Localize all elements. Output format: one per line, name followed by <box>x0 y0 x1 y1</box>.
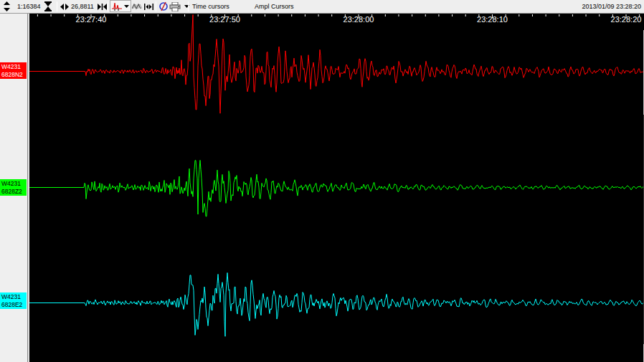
horizontal-step-button[interactable] <box>60 0 69 13</box>
channel-code: 6828Z2 <box>1 188 27 196</box>
dropdown-caret-icon <box>124 5 129 8</box>
seismogram-pick-icon <box>112 2 122 11</box>
time-axis-label: 23:27:50 <box>209 15 240 24</box>
up-down-arrows-icon <box>4 1 10 11</box>
toolbar-separator <box>57 1 57 11</box>
toolbar-separator <box>188 1 189 11</box>
channel-label-6828Z2[interactable]: W4231 6828Z2 <box>0 179 27 196</box>
channel-label-6828N2[interactable]: W4231 6828N2 <box>0 62 27 79</box>
toolbar-separator <box>108 1 108 11</box>
datetime-display: 2013/01/09 23:28:20 <box>582 0 641 13</box>
seismogram-viewer-window: 1:16384 26,8811 <box>0 0 644 362</box>
vertical-zoom-stepper[interactable] <box>4 0 10 13</box>
amplitude-value: 26,8811 <box>71 0 94 13</box>
expand-horizontal-button[interactable] <box>144 0 153 13</box>
ampl-cursors-button[interactable]: Ampl Cursors <box>255 0 294 13</box>
wait-button[interactable] <box>44 0 52 13</box>
fit-width-button[interactable] <box>98 0 107 13</box>
phase-pick-button[interactable] <box>110 0 131 12</box>
time-axis-label: 23:28:10 <box>477 15 508 24</box>
trace-6828E2 <box>29 273 644 337</box>
printer-icon <box>169 2 181 11</box>
compress-arrows-icon <box>98 4 107 10</box>
left-right-arrows-icon <box>60 4 69 10</box>
print-button[interactable] <box>169 0 189 13</box>
channel-code: 6828N2 <box>1 71 27 79</box>
trace-6828N2 <box>29 15 644 114</box>
expand-arrows-icon <box>144 4 153 10</box>
time-axis-label: 23:28:20 <box>611 15 642 24</box>
toolbar: 1:16384 26,8811 <box>0 0 644 14</box>
zoom-ratio-value: 1:16384 <box>17 0 41 13</box>
station-code: W4231 <box>1 180 27 188</box>
zigzag-wave-icon <box>132 3 142 10</box>
waveform-mode-button[interactable] <box>132 0 142 13</box>
time-cursors-button[interactable]: Time cursors <box>192 0 229 13</box>
trace-6828Z2 <box>29 161 644 216</box>
time-axis-label: 23:27:40 <box>76 15 107 24</box>
rotate-components-button[interactable] <box>158 0 169 13</box>
channel-code: 6828E2 <box>1 301 27 309</box>
rotate-icon <box>158 1 169 11</box>
seismogram-plot-area[interactable]: 23:27:4023:27:5023:28:0023:28:1023:28:20 <box>29 14 644 362</box>
hourglass-icon <box>44 1 52 11</box>
station-code: W4231 <box>1 63 27 71</box>
time-axis-label: 23:28:00 <box>344 15 374 24</box>
channel-label-6828E2[interactable]: W4231 6828E2 <box>0 292 27 309</box>
toolbar-separator <box>156 1 156 11</box>
station-code: W4231 <box>1 293 27 301</box>
